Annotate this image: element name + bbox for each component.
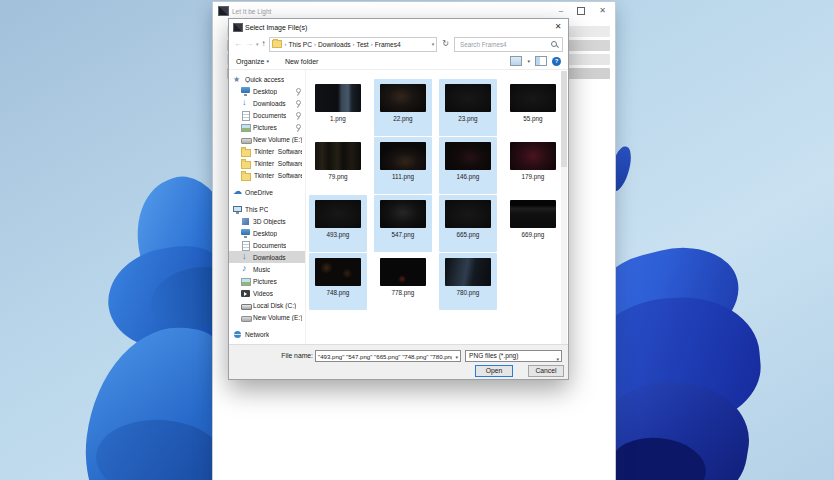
view-dropdown-icon[interactable]: ▾ bbox=[527, 58, 530, 64]
address-box[interactable]: ›This PC›Downloads›Test›Frames4 ▾ bbox=[269, 37, 438, 52]
sidebar-item-label: Tkinter_Software bbox=[254, 160, 302, 167]
dialog-title: Select Image File(s) bbox=[245, 24, 307, 31]
breadcrumb-item-downloads[interactable]: Downloads bbox=[317, 41, 352, 48]
file-thumbnail bbox=[380, 84, 426, 112]
app-title: Let It be Light bbox=[232, 8, 271, 15]
preview-pane-icon[interactable] bbox=[535, 56, 547, 66]
file-item-780-png[interactable]: 780.png bbox=[439, 253, 497, 310]
pin-icon bbox=[295, 111, 302, 120]
breadcrumb-item-test[interactable]: Test bbox=[356, 41, 370, 48]
sidebar-item-desktop[interactable]: Desktop bbox=[229, 85, 305, 97]
scrollbar-thumb[interactable] bbox=[561, 71, 567, 167]
file-name-label: 780.png bbox=[439, 289, 497, 296]
folder-icon bbox=[241, 171, 251, 180]
file-thumbnail bbox=[510, 200, 556, 228]
sidebar-item-label: Quick access bbox=[245, 76, 284, 83]
sidebar-item-label: Desktop bbox=[253, 88, 277, 95]
file-item-111-png[interactable]: 111.png bbox=[374, 137, 432, 194]
sidebar-item-label: Documents bbox=[253, 112, 286, 119]
file-list-scrollbar[interactable] bbox=[561, 71, 567, 344]
sidebar-item-tkinter-software[interactable]: Tkinter_Software bbox=[229, 145, 305, 157]
sidebar-item-local-disk-c[interactable]: Local Disk (C:) bbox=[229, 299, 305, 311]
file-item-79-png[interactable]: 79.png bbox=[309, 137, 367, 194]
dialog-icon bbox=[234, 24, 242, 31]
file-item-547-png[interactable]: 547.png bbox=[374, 195, 432, 252]
file-item-665-png[interactable]: 665.png bbox=[439, 195, 497, 252]
file-name-label: 23.png bbox=[439, 115, 497, 122]
desktop-icon bbox=[241, 86, 250, 95]
sidebar-item-new-volume-e[interactable]: New Volume (E:) bbox=[229, 133, 305, 145]
file-item-778-png[interactable]: 778.png bbox=[374, 253, 432, 310]
cloud-icon bbox=[233, 188, 242, 197]
breadcrumb-item-this-pc[interactable]: This PC bbox=[288, 41, 313, 48]
file-item-1-png[interactable]: 1.png bbox=[309, 79, 367, 136]
sidebar-item-new-volume-e[interactable]: New Volume (E:) bbox=[229, 311, 305, 323]
sidebar-item-downloads[interactable]: Downloads bbox=[229, 251, 305, 263]
sidebar-item-quick-access[interactable]: Quick access bbox=[229, 73, 305, 85]
open-button[interactable]: Open bbox=[475, 365, 513, 377]
picture-icon bbox=[241, 277, 250, 286]
file-item-23-png[interactable]: 23.png bbox=[439, 79, 497, 136]
sidebar-item-label: Network bbox=[245, 331, 269, 338]
file-thumbnail bbox=[380, 200, 426, 228]
help-icon[interactable] bbox=[552, 57, 561, 66]
sidebar-item-music[interactable]: Music bbox=[229, 263, 305, 275]
file-item-146-png[interactable]: 146.png bbox=[439, 137, 497, 194]
back-arrow-icon[interactable]: ← bbox=[234, 39, 242, 49]
sidebar-item-downloads[interactable]: Downloads bbox=[229, 97, 305, 109]
file-item-179-png[interactable]: 179.png bbox=[504, 137, 562, 194]
file-thumbnail bbox=[380, 258, 426, 286]
organize-button[interactable]: Organize ▾ bbox=[236, 58, 269, 65]
file-thumbnail bbox=[380, 142, 426, 170]
cancel-button[interactable]: Cancel bbox=[528, 365, 564, 377]
organize-label: Organize bbox=[236, 58, 264, 65]
up-arrow-icon[interactable]: ↑ bbox=[262, 39, 266, 49]
history-chevron-icon[interactable]: ▾ bbox=[256, 39, 259, 49]
sidebar-item-documents[interactable]: Documents bbox=[229, 109, 305, 121]
file-item-493-png[interactable]: 493.png bbox=[309, 195, 367, 252]
forward-arrow-icon[interactable]: → bbox=[245, 39, 253, 49]
sidebar-item-network[interactable]: Network bbox=[229, 328, 305, 340]
sidebar-item-desktop[interactable]: Desktop bbox=[229, 227, 305, 239]
breadcrumb-item-frames4[interactable]: Frames4 bbox=[374, 41, 402, 48]
sidebar-item-videos[interactable]: Videos bbox=[229, 287, 305, 299]
file-name-label: 1.png bbox=[309, 115, 367, 122]
network-icon bbox=[233, 330, 242, 339]
sidebar-item-label: Pictures bbox=[253, 278, 277, 285]
file-dialog: Select Image File(s) ← → ▾ ↑ ›This PC›Do… bbox=[228, 18, 569, 380]
file-name-label: 111.png bbox=[374, 173, 432, 180]
file-item-748-png[interactable]: 748.png bbox=[309, 253, 367, 310]
sidebar-item-pictures[interactable]: Pictures bbox=[229, 121, 305, 133]
chevron-down-icon[interactable]: ▾ bbox=[556, 354, 559, 364]
file-item-55-png[interactable]: 55.png bbox=[504, 79, 562, 136]
address-dropdown-icon[interactable]: ▾ bbox=[432, 41, 435, 47]
sidebar-item-label: Documents bbox=[253, 242, 286, 249]
maximize-button[interactable] bbox=[577, 7, 585, 15]
sidebar-item-3d-objects[interactable]: 3D Objects bbox=[229, 215, 305, 227]
file-item-22-png[interactable]: 22.png bbox=[374, 79, 432, 136]
search-input[interactable] bbox=[458, 40, 550, 49]
chevron-down-icon[interactable]: ▾ bbox=[455, 354, 458, 360]
pin-icon bbox=[295, 123, 302, 132]
file-thumbnail bbox=[315, 142, 361, 170]
minimize-button[interactable]: – bbox=[559, 7, 563, 15]
file-type-select[interactable]: PNG files (*.png) ▾ bbox=[465, 350, 562, 362]
cube-icon bbox=[241, 217, 250, 226]
close-button[interactable]: ✕ bbox=[599, 7, 606, 15]
sidebar-item-this-pc[interactable]: This PC bbox=[229, 203, 305, 215]
sidebar-item-pictures[interactable]: Pictures bbox=[229, 275, 305, 287]
refresh-icon[interactable] bbox=[440, 38, 451, 51]
sidebar-item-tkinter-software[interactable]: Tkinter_Software bbox=[229, 169, 305, 181]
file-name-label: 22.png bbox=[374, 115, 432, 122]
file-name-combo[interactable]: ▾ bbox=[315, 350, 461, 362]
file-item-669-png[interactable]: 669.png bbox=[504, 195, 562, 252]
sidebar-item-onedrive[interactable]: OneDrive bbox=[229, 186, 305, 198]
sidebar-item-tkinter-software[interactable]: Tkinter_Software bbox=[229, 157, 305, 169]
file-name-label: 79.png bbox=[309, 173, 367, 180]
document-icon bbox=[241, 111, 250, 120]
dialog-close-icon[interactable] bbox=[551, 20, 565, 33]
new-folder-button[interactable]: New folder bbox=[285, 58, 318, 65]
file-name-input[interactable] bbox=[318, 351, 452, 361]
change-view-icon[interactable] bbox=[510, 56, 522, 66]
sidebar-item-documents[interactable]: Documents bbox=[229, 239, 305, 251]
